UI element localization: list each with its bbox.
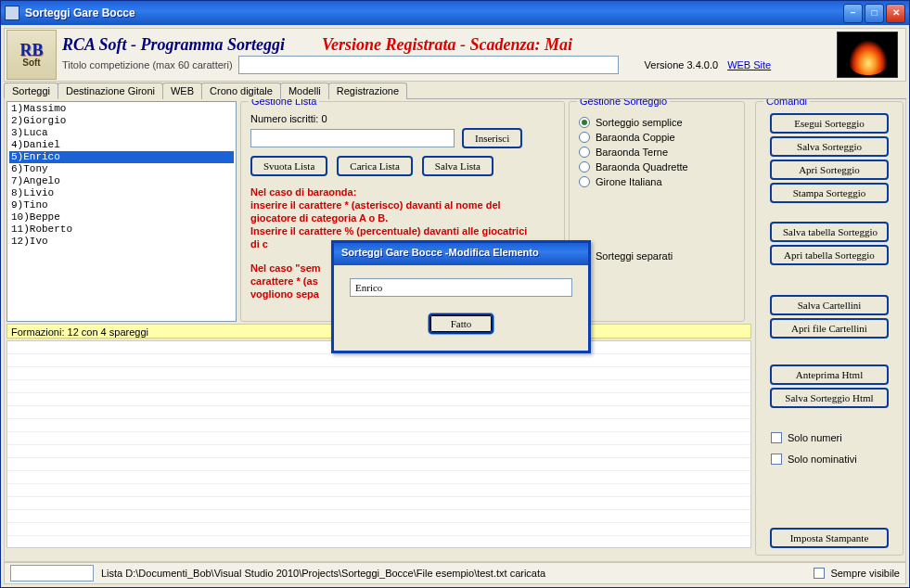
list-item[interactable]: 1)Massimo bbox=[9, 103, 234, 115]
competition-title-input[interactable] bbox=[238, 56, 619, 74]
dialog-ok-button[interactable]: Fatto bbox=[429, 313, 493, 334]
group-title: Gestione Lista bbox=[249, 99, 319, 107]
salva-sorteggio-html-button[interactable]: Salva Sorteggio Html bbox=[770, 388, 889, 408]
app-logo: RB Soft bbox=[6, 30, 57, 80]
website-link[interactable]: WEB Site bbox=[727, 59, 771, 70]
list-item[interactable]: 12)Ivo bbox=[9, 236, 234, 248]
dialog-input[interactable] bbox=[350, 278, 572, 297]
list-item[interactable]: 10)Beppe bbox=[9, 211, 234, 224]
version-label: Versione 3.4.0.0 bbox=[645, 59, 719, 70]
app-icon bbox=[5, 6, 19, 20]
salva-lista-button[interactable]: Salva Lista bbox=[422, 156, 493, 176]
inserisci-button[interactable]: Inserisci bbox=[462, 128, 522, 148]
window-title: Sorteggi Gare Bocce bbox=[25, 6, 843, 19]
list-item[interactable]: 11)Roberto bbox=[9, 224, 234, 236]
tab-modelli[interactable]: Modelli bbox=[280, 83, 329, 99]
titlebar: Sorteggi Gare Bocce – □ ✕ bbox=[1, 1, 909, 25]
tab-sorteggi[interactable]: Sorteggi bbox=[4, 83, 58, 99]
maximize-button[interactable]: □ bbox=[865, 4, 884, 23]
apri-file-cartellini-button[interactable]: Apri file Cartellini bbox=[770, 318, 889, 339]
list-item[interactable]: 3)Luca bbox=[9, 127, 234, 139]
salva-sorteggio-button[interactable]: Salva Sorteggio bbox=[770, 136, 889, 157]
svuota-lista-button[interactable]: Svuota Lista bbox=[250, 156, 327, 176]
dialog-title: Sorteggi Gare Bocce -Modifica Elemento bbox=[334, 243, 588, 265]
group-title: Comandi bbox=[763, 99, 810, 107]
anteprima-html-button[interactable]: Anteprima Html bbox=[770, 364, 889, 385]
apri-tabella-sorteggio-button[interactable]: Apri tabella Sorteggio bbox=[770, 245, 889, 265]
check-solo-nominativi[interactable]: Solo nominativi bbox=[771, 454, 857, 465]
salva-tabella-sorteggio-button[interactable]: Salva tabella Sorteggio bbox=[770, 222, 889, 242]
check-solo-numeri[interactable]: Solo numeri bbox=[771, 432, 842, 443]
list-item[interactable]: 4)Daniel bbox=[9, 139, 234, 151]
results-area[interactable] bbox=[6, 340, 751, 548]
new-entry-input[interactable] bbox=[250, 129, 455, 147]
group-title: Gestione Sorteggio bbox=[577, 99, 670, 107]
group-gestione-sorteggio: Gestione Sorteggio Sorteggio semplice Ba… bbox=[569, 101, 745, 322]
imposta-stampante-button[interactable]: Imposta Stampante bbox=[770, 528, 889, 548]
esegui-sorteggio-button[interactable]: Esegui Sorteggio bbox=[770, 113, 889, 134]
app-title: RCA Soft - Programma Sorteggi bbox=[62, 35, 285, 54]
list-item[interactable]: 7)Angelo bbox=[9, 175, 234, 187]
check-sempre-visibile[interactable]: Sempre visibile bbox=[814, 568, 900, 579]
list-item[interactable]: 9)Tino bbox=[9, 199, 234, 211]
tab-registrazione[interactable]: Registrazione bbox=[328, 83, 407, 99]
radio-baraonda-terne[interactable]: Baraonda Terne bbox=[579, 147, 735, 158]
radio-sorteggio-semplice[interactable]: Sorteggio semplice bbox=[579, 117, 735, 128]
group-comandi: Comandi Esegui Sorteggio Salva Sorteggio… bbox=[755, 101, 904, 556]
list-item-selected[interactable]: 5)Enrico bbox=[9, 151, 234, 163]
apri-sorteggio-button[interactable]: Apri Sorteggio bbox=[770, 160, 889, 180]
players-listbox[interactable]: 1)Massimo 2)Giorgio 3)Luca 4)Daniel 5)En… bbox=[6, 101, 237, 322]
tabstrip: Sorteggi Destinazione Gironi WEB Crono d… bbox=[4, 82, 906, 99]
radio-girone-italiana[interactable]: Girone Italiana bbox=[579, 176, 735, 187]
check-sorteggi-separati[interactable]: Sorteggi separati bbox=[579, 250, 735, 262]
carica-lista-button[interactable]: Carica Lista bbox=[337, 156, 412, 176]
status-input[interactable] bbox=[10, 565, 94, 582]
tab-destinazione-gironi[interactable]: Destinazione Gironi bbox=[58, 83, 163, 99]
radio-baraonda-coppie[interactable]: Baraonda Coppie bbox=[579, 132, 735, 143]
list-item[interactable]: 2)Giorgio bbox=[9, 115, 234, 127]
status-text: Lista D:\Documenti_Bob\Visual Studio 201… bbox=[101, 568, 814, 579]
list-item[interactable]: 6)Tony bbox=[9, 163, 234, 175]
numero-iscritti-label: Numero iscritti: 0 bbox=[250, 113, 555, 124]
competition-title-label: Titolo competizione (max 60 caratteri) bbox=[62, 59, 233, 70]
minimize-button[interactable]: – bbox=[843, 4, 863, 23]
edit-element-dialog: Sorteggi Gare Bocce -Modifica Elemento F… bbox=[331, 240, 591, 353]
statusbar: Lista D:\Documenti_Bob\Visual Studio 201… bbox=[4, 562, 906, 584]
close-button[interactable]: ✕ bbox=[886, 4, 905, 23]
registered-label: Versione Registrata - Scadenza: Mai bbox=[322, 35, 572, 54]
header-toolbar: RB Soft RCA Soft - Programma Sorteggi Ve… bbox=[4, 28, 906, 82]
radio-baraonda-quadrette[interactable]: Baraonda Quadrette bbox=[579, 161, 735, 173]
tab-web[interactable]: WEB bbox=[162, 83, 202, 99]
flame-logo bbox=[837, 32, 898, 78]
salva-cartellini-button[interactable]: Salva Cartellini bbox=[770, 295, 889, 315]
list-item[interactable]: 8)Livio bbox=[9, 187, 234, 199]
tab-crono-digitale[interactable]: Crono digitale bbox=[201, 83, 281, 99]
stampa-sorteggio-button[interactable]: Stampa Sorteggio bbox=[770, 183, 889, 203]
